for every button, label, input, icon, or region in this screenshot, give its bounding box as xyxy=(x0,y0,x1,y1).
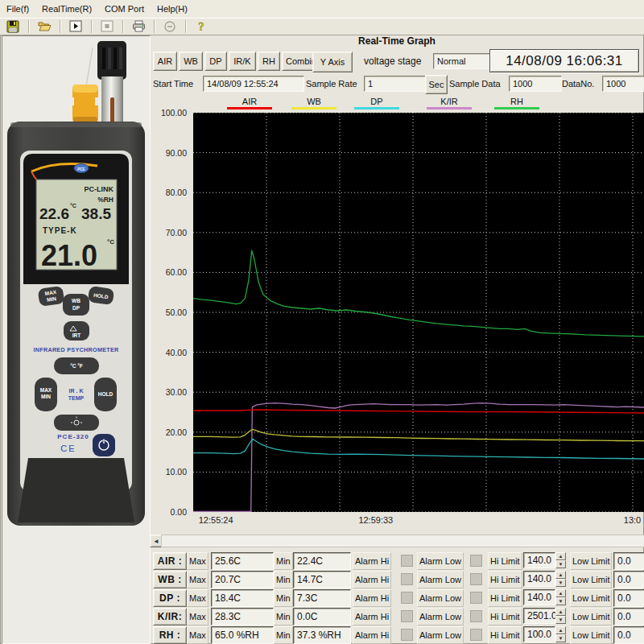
help-button[interactable]: ? xyxy=(190,19,213,34)
max-label: Max xyxy=(187,552,208,570)
low-limit-input[interactable]: 0.0 xyxy=(613,608,644,625)
max-value[interactable]: 25.6C xyxy=(211,552,274,570)
min-value[interactable]: 7.3C xyxy=(293,589,351,607)
max-label: Max xyxy=(187,571,208,588)
row-label-button[interactable]: AIR : xyxy=(153,552,187,570)
min-value[interactable]: 14.7C xyxy=(293,571,351,588)
min-label: Min xyxy=(274,552,293,570)
hi-limit-label: Hi Limit xyxy=(488,626,522,644)
low-limit-label: Low Limit xyxy=(570,589,612,607)
y-tick-label: 20.00 xyxy=(150,427,187,437)
low-limit-input[interactable]: 0.0 xyxy=(613,626,644,644)
spin-up-button[interactable]: ▲ xyxy=(555,552,566,560)
menu-item-help-h-[interactable]: Help(H) xyxy=(151,2,194,15)
menu-item-realtime-r-[interactable]: RealTime(R) xyxy=(35,2,98,15)
page-title: Real-Time Graph xyxy=(150,35,644,47)
toolbar-separator xyxy=(91,20,92,33)
sample-data-field[interactable]: 1000 xyxy=(509,76,562,92)
spin-down-button[interactable]: ▼ xyxy=(555,634,566,642)
max-value[interactable]: 20.7C xyxy=(211,571,274,588)
min-value[interactable]: 37.3 %RH xyxy=(293,626,351,644)
table-row: RH :Max65.0 %RHMin37.3 %RHAlarm HiAlarm … xyxy=(150,626,644,642)
min-value[interactable]: 0.0C xyxy=(293,608,351,625)
series-line-k-ir xyxy=(193,403,644,512)
alarm-low-indicator xyxy=(470,555,482,567)
menu-item-file-f-[interactable]: File(f) xyxy=(0,2,35,15)
alarm-low-label: Alarm Low xyxy=(417,608,464,625)
low-limit-input[interactable]: 0.0 xyxy=(613,589,644,607)
save-button[interactable] xyxy=(2,19,24,34)
spin-up-button[interactable]: ▲ xyxy=(555,589,566,597)
row-label-button[interactable]: K/IR: xyxy=(153,608,187,625)
spin-down-button[interactable]: ▼ xyxy=(555,616,566,624)
series-button-wb[interactable]: WB xyxy=(179,52,203,71)
y-axis-button[interactable]: Y Axis xyxy=(312,52,353,72)
start-button[interactable] xyxy=(64,19,87,34)
series-button-rh[interactable]: RH xyxy=(258,52,280,71)
hi-limit-input[interactable]: 2501.0 xyxy=(523,608,555,624)
max-value[interactable]: 28.3C xyxy=(211,608,274,625)
start-icon xyxy=(69,20,82,32)
lcd-temp: 22.6 xyxy=(39,205,69,222)
x-axis-labels: 12:55:2412:59:3313:0 xyxy=(193,514,644,528)
sec-button[interactable]: Sec xyxy=(425,75,448,94)
spin-down-button[interactable]: ▼ xyxy=(555,597,566,605)
series-button-air[interactable]: AIR xyxy=(153,52,177,71)
y-tick-label: 50.00 xyxy=(150,308,187,317)
spin-down-button[interactable]: ▼ xyxy=(555,579,566,587)
disconnect-button[interactable] xyxy=(159,19,181,34)
lcd-main-value: 21.0 xyxy=(41,239,97,272)
print-button[interactable] xyxy=(127,19,150,34)
x-tick-label: 13:0 xyxy=(624,515,641,525)
min-label: Min xyxy=(274,571,293,588)
horizontal-scrollbar[interactable] xyxy=(161,535,644,547)
legend-label: RH xyxy=(494,97,539,106)
hi-limit-input[interactable]: 140.0 xyxy=(523,571,555,587)
start-time-field[interactable]: 14/08/09 12:55:24 xyxy=(203,76,304,92)
lcd-rh: 38.5 xyxy=(81,205,111,222)
max-value[interactable]: 65.0 %RH xyxy=(211,626,274,644)
menu-item-com-port[interactable]: COM Port xyxy=(98,2,151,15)
spin-up-button[interactable]: ▲ xyxy=(555,626,566,634)
min-value[interactable]: 22.4C xyxy=(293,552,351,570)
table-row: DP :Max18.4CMin7.3CAlarm HiAlarm LowHi L… xyxy=(150,589,644,605)
alarm-low-label: Alarm Low xyxy=(417,571,464,588)
open-button[interactable] xyxy=(33,19,56,34)
series-button-ir-k[interactable]: IR/K xyxy=(229,52,256,71)
spin-up-button[interactable]: ▲ xyxy=(555,608,566,616)
series-line-wb xyxy=(193,429,644,440)
alarm-hi-indicator xyxy=(401,592,413,604)
hi-limit-input[interactable]: 100.0 xyxy=(523,626,555,642)
device-logo: PCE xyxy=(77,167,85,171)
legend-item-dp: DP xyxy=(354,97,399,109)
low-limit-input[interactable]: 0.0 xyxy=(613,571,644,588)
spin-down-button[interactable]: ▼ xyxy=(555,560,566,568)
alarm-hi-label: Alarm Hi xyxy=(353,552,391,570)
legend-item-k-ir: K/IR xyxy=(427,97,472,109)
lcd-temp-unit: °C xyxy=(70,203,76,208)
device-key-wbdp: WB xyxy=(72,298,80,303)
data-no-field[interactable]: 1000 xyxy=(602,76,644,92)
row-label-button[interactable]: WB : xyxy=(153,571,187,588)
lcd-main-unit: °C xyxy=(107,238,114,246)
row-label-button[interactable]: RH : xyxy=(153,626,187,644)
series-button-dp[interactable]: DP xyxy=(204,52,227,71)
stop-button[interactable] xyxy=(96,19,118,34)
low-limit-input[interactable]: 0.0 xyxy=(613,552,644,570)
min-label: Min xyxy=(274,626,293,644)
voltage-stage-field[interactable]: Normal xyxy=(433,53,491,69)
legend-item-wb: WB xyxy=(291,97,336,109)
spin-up-button[interactable]: ▲ xyxy=(555,571,566,579)
hi-limit-input[interactable]: 140.0 xyxy=(523,589,555,605)
device-name-label: INFRARED PSYCHROMETER xyxy=(33,346,119,353)
alarm-low-label: Alarm Low xyxy=(417,589,464,607)
save-icon xyxy=(6,20,19,33)
hi-limit-input[interactable]: 140.0 xyxy=(523,552,555,568)
max-value[interactable]: 18.4C xyxy=(211,589,274,607)
y-tick-label: 0.00 xyxy=(150,507,187,517)
graph-plot xyxy=(193,113,644,512)
row-label-button[interactable]: DP : xyxy=(153,589,187,607)
sample-rate-field[interactable]: 1 xyxy=(364,76,430,92)
device-key-cf: °C °F xyxy=(70,363,83,369)
data-no-label: DataNo. xyxy=(562,76,594,92)
